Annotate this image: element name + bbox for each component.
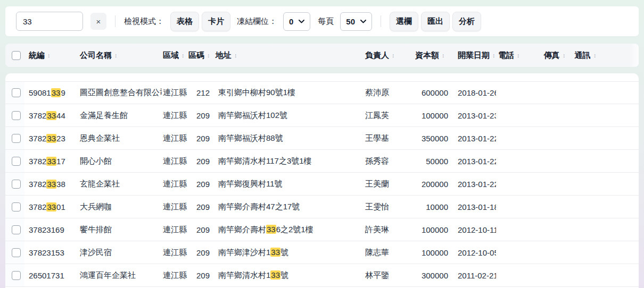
sort-icon[interactable]: ↕ [115, 52, 117, 58]
cell-company-name: 大兵網咖 [77, 202, 162, 212]
table-row[interactable]: 37823344 金滿足養生館 連江縣 209 南竿鄉福沃村102號 江鳳英 1… [5, 104, 639, 127]
column-header-open-date[interactable]: 開業日期↕ [456, 50, 496, 61]
cell-company-name: 圖亞圖創意整合有限公司 [77, 88, 162, 98]
column-header-phone[interactable]: 電話↕ [496, 50, 536, 61]
row-checkbox[interactable] [12, 248, 21, 257]
highlight: 33 [46, 202, 56, 211]
column-header-company-name[interactable]: 公司名稱↕ [77, 50, 162, 61]
cell-capital: 10000 [413, 202, 456, 211]
chevron-down-icon [299, 20, 304, 23]
cell-region: 連江縣 [162, 88, 187, 98]
cell-id: 59081339 [24, 88, 77, 97]
per-page-label: 每頁 [318, 16, 334, 27]
search-input[interactable] [16, 12, 83, 31]
cell-region: 連江縣 [162, 248, 187, 258]
cell-capital: 100000 [413, 111, 456, 120]
cell-owner: 許美琳 [360, 225, 413, 235]
cell-area-code: 209 [187, 225, 213, 234]
table-row[interactable]: 26501731 鴻運百年企業社 連江縣 209 南竿鄉清水村133號 林平鑒 … [5, 264, 639, 287]
cell-owner: 王學基 [360, 133, 413, 143]
cell-company-name: 恩典企業社 [77, 133, 162, 143]
cell-owner: 王美蘭 [360, 179, 413, 189]
column-header-area-code[interactable]: 區碼↕ [187, 50, 213, 61]
row-checkbox[interactable] [12, 202, 21, 211]
export-button[interactable]: 匯出 [421, 12, 450, 31]
cell-capital: 600000 [413, 88, 456, 97]
cell-region: 連江縣 [162, 179, 187, 189]
cell-company-name: 津沙民宿 [77, 248, 162, 258]
toolbar: × 檢視模式： 表格 卡片 凍結欄位： 0 每頁 50 選欄 匯出 分析 [5, 6, 639, 36]
sort-icon[interactable]: ↕ [208, 52, 210, 58]
sort-icon[interactable]: ↕ [593, 52, 596, 58]
per-page-select[interactable]: 50 [340, 12, 372, 31]
table-row[interactable]: 37823169 饗牛排館 連江縣 209 南竿鄉介壽村336之2號1樓 許美琳… [5, 218, 639, 241]
highlight: 33 [270, 270, 280, 279]
column-header-owner[interactable]: 負責人↕ [360, 50, 413, 61]
table-row[interactable]: 37823153 津沙民宿 連江縣 209 南竿鄉津沙村133號 陳志華 100… [5, 241, 639, 264]
sort-icon[interactable]: ↕ [392, 52, 394, 58]
cell-id: 37823301 [24, 202, 77, 211]
row-checkbox[interactable] [12, 157, 21, 166]
per-page-value: 50 [346, 17, 355, 26]
column-header-contact[interactable]: 通訊↕ [567, 50, 598, 61]
cell-capital: 100000 [413, 248, 456, 257]
table-header: 統編↕ 公司名稱↕ 區域↕ 區碼↕ 地址↕ 負責人↕ 資本額↕ 開業日期↕ 電話… [5, 44, 639, 67]
row-checkbox-cell [5, 241, 24, 264]
clear-search-button[interactable]: × [90, 13, 106, 30]
cell-company-name: 金滿足養生館 [77, 111, 162, 121]
view-card-button[interactable]: 卡片 [202, 12, 230, 31]
cell-id: 37823169 [24, 225, 77, 234]
cell-region: 連江縣 [162, 111, 187, 121]
sort-icon[interactable]: ↕ [517, 52, 519, 58]
cell-open-date: 2013-01-23 [456, 111, 496, 120]
row-checkbox[interactable] [12, 225, 21, 234]
cell-address: 南竿鄉福沃村88號 [213, 133, 360, 143]
column-header-capital[interactable]: 資本額↕ [413, 50, 456, 61]
cell-address: 南竿鄉復興村11號 [213, 179, 360, 189]
table-row[interactable]: 37823317 開心小館 連江縣 209 南竿鄉清水村117之3號1樓 孫秀容… [5, 150, 639, 173]
cell-company-name: 饗牛排館 [77, 225, 162, 235]
cell-area-code: 209 [187, 248, 213, 257]
sort-icon[interactable]: ↕ [563, 52, 565, 58]
table-row[interactable]: 37823301 大兵網咖 連江縣 209 南竿鄉介壽村47之17號 王雯怡 1… [5, 196, 639, 218]
row-checkbox[interactable] [12, 111, 21, 120]
highlight: 33 [46, 180, 56, 189]
table-row[interactable]: 59081339 圖亞圖創意整合有限公司 連江縣 212 東引鄉中柳村90號1樓… [5, 81, 639, 104]
sort-icon[interactable]: ↕ [182, 52, 184, 58]
column-header-address[interactable]: 地址↕ [213, 50, 360, 61]
cell-owner: 王雯怡 [360, 202, 413, 212]
row-checkbox[interactable] [12, 88, 21, 97]
sort-icon[interactable]: ↕ [235, 52, 237, 58]
row-checkbox[interactable] [12, 180, 21, 189]
column-header-region[interactable]: 區域↕ [162, 50, 187, 61]
view-table-button[interactable]: 表格 [170, 12, 199, 31]
table-row[interactable]: 37823323 恩典企業社 連江縣 209 南竿鄉福沃村88號 王學基 350… [5, 127, 639, 150]
cell-company-name: 開心小館 [77, 156, 162, 166]
row-checkbox-cell [5, 82, 24, 104]
row-checkbox[interactable] [12, 271, 21, 280]
row-checkbox[interactable] [12, 134, 21, 143]
cell-owner: 江鳳英 [360, 111, 413, 121]
select-columns-button[interactable]: 選欄 [390, 12, 418, 31]
column-header-id[interactable]: 統編↕ [24, 50, 77, 61]
cell-id: 37823153 [24, 248, 77, 257]
cell-owner: 林平鑒 [360, 270, 413, 281]
cell-area-code: 209 [187, 134, 213, 143]
analyze-button[interactable]: 分析 [452, 12, 481, 31]
cell-id: 37823317 [24, 157, 77, 166]
cell-open-date: 2013-01-22 [456, 180, 496, 189]
sort-icon[interactable]: ↕ [48, 52, 50, 58]
freeze-columns-select[interactable]: 0 [283, 12, 310, 31]
row-checkbox-cell [5, 127, 24, 149]
sort-icon[interactable]: ↕ [442, 52, 444, 58]
sort-icon[interactable]: ↕ [493, 52, 495, 58]
cell-open-date: 2011-02-21 [456, 271, 496, 280]
cell-owner: 陳志華 [360, 248, 413, 258]
cell-open-date: 2013-01-22 [456, 134, 496, 143]
chevron-down-icon [360, 20, 366, 23]
cell-capital: 300000 [413, 271, 456, 280]
freeze-columns-value: 0 [289, 17, 293, 26]
table-row[interactable]: 37823338 玄龍企業社 連江縣 209 南竿鄉復興村11號 王美蘭 200… [5, 173, 639, 196]
select-all-checkbox[interactable] [12, 51, 21, 60]
column-header-fax[interactable]: 傳真↕ [536, 50, 567, 61]
